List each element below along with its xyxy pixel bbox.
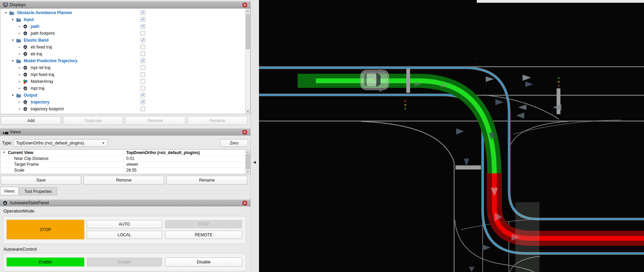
scrollbar-thumb[interactable] — [246, 154, 250, 169]
rear-window — [364, 73, 367, 87]
zero-button[interactable]: Zero — [220, 139, 248, 147]
local-mode-button[interactable]: LOCAL — [87, 231, 162, 239]
rename-view-button[interactable]: Rename — [167, 176, 247, 185]
expand-arrow-icon[interactable]: ▸ — [18, 65, 22, 70]
operation-mode-group: STOP AUTO STOP LOCAL REMOTE — [3, 216, 246, 244]
collapse-arrow-icon[interactable] — [3, 150, 5, 154]
collapse-dock-icon[interactable] — [253, 160, 256, 164]
scroll-down-icon[interactable] — [246, 109, 250, 114]
display-item-checkbox[interactable] — [141, 65, 145, 70]
display-item-checkbox[interactable] — [141, 79, 145, 84]
close-icon[interactable] — [243, 201, 247, 205]
duplicate-display-button[interactable]: Duplicate — [63, 116, 123, 125]
save-view-button[interactable]: Save — [1, 176, 81, 185]
display-item-checkbox[interactable]: ✓ — [141, 93, 145, 97]
displays-tree[interactable]: ▾Obstacle Avoidance Planner✓▾Input✓▸wpat… — [0, 8, 250, 114]
autoware-icon: w — [23, 100, 28, 105]
display-item-checkbox[interactable]: ✓ — [141, 10, 145, 15]
display-item-checkbox[interactable] — [141, 86, 145, 90]
property-row[interactable]: Near Clip Distance 0.01 — [0, 156, 250, 162]
expand-arrow-icon[interactable]: ▸ — [18, 100, 22, 104]
display-tree-item[interactable]: ▾Input✓ — [0, 16, 250, 23]
autoware-control-state: Enable — [7, 258, 84, 266]
display-tree-item[interactable]: ▸wpath✓ — [0, 23, 250, 30]
display-tree-item[interactable]: ▾Elastic Band✓ — [0, 37, 250, 44]
expand-arrow-icon[interactable]: ▸ — [18, 79, 22, 84]
scroll-down-icon[interactable] — [246, 169, 250, 174]
display-item-checkbox[interactable] — [141, 72, 145, 77]
enable-control-button[interactable]: Enable — [87, 258, 162, 266]
disable-control-button[interactable]: Disable — [165, 258, 242, 266]
display-tree-item[interactable]: ▸wpath footprint — [0, 30, 250, 37]
display-tree-item[interactable]: ▾Obstacle Avoidance Planner✓ — [0, 9, 250, 16]
grid-scrollbar[interactable] — [245, 150, 250, 174]
remote-mode-button[interactable]: REMOTE — [165, 231, 242, 239]
display-item-checkbox[interactable]: ✓ — [141, 24, 145, 29]
expand-arrow-icon[interactable]: ▸ — [18, 107, 22, 111]
remove-view-button[interactable]: Remove — [84, 176, 164, 185]
displays-title-bar[interactable]: Displays — [0, 1, 250, 8]
expand-arrow-icon[interactable]: ▸ — [18, 52, 22, 56]
collapse-arrow-icon[interactable]: ▾ — [11, 17, 15, 22]
display-item-checkbox[interactable] — [141, 45, 145, 49]
expand-arrow-icon[interactable]: ▸ — [18, 86, 22, 90]
rviz-window: Displays ▾Obstacle Avoidance Planner✓▾In… — [0, 0, 644, 272]
close-icon[interactable] — [243, 3, 247, 7]
scroll-up-icon[interactable] — [246, 150, 250, 154]
close-icon[interactable] — [243, 130, 247, 134]
display-tree-item[interactable]: ▾Model Predictive Trajectory✓ — [0, 57, 250, 64]
tab-tool-properties[interactable]: Tool Properties — [19, 187, 57, 195]
add-display-button[interactable]: Add — [1, 116, 61, 125]
expand-arrow-icon[interactable]: ▸ — [18, 45, 22, 49]
views-panel-title: Views — [10, 130, 21, 134]
expand-arrow-icon[interactable]: ▸ — [18, 31, 22, 35]
autoware-panel-title-bar[interactable]: w AutowareStatePanel — [0, 199, 250, 206]
display-tree-item[interactable]: ▸MarkerArray — [0, 78, 250, 85]
folder-icon — [16, 17, 21, 22]
3d-viewport[interactable] — [259, 0, 644, 272]
remove-display-button[interactable]: Remove — [125, 116, 185, 125]
autoware-icon: w — [23, 72, 28, 77]
display-item-checkbox[interactable] — [141, 31, 145, 35]
display-tree-item[interactable]: ▾Output✓ — [0, 92, 250, 99]
display-item-checkbox[interactable]: ✓ — [141, 38, 145, 42]
display-item-checkbox[interactable] — [141, 107, 145, 111]
display-item-checkbox[interactable]: ✓ — [141, 58, 145, 63]
mirror-right — [379, 89, 382, 91]
auto-mode-button[interactable]: AUTO — [87, 220, 162, 228]
view-type-dropdown[interactable]: TopDownOrtho (rviz_default_plugins) — [13, 139, 108, 147]
display-tree-item[interactable]: ▸wmpt traj — [0, 85, 250, 92]
display-item-checkbox[interactable] — [141, 52, 145, 56]
views-title-bar[interactable]: Views — [0, 128, 250, 135]
scrollbar-thumb[interactable] — [246, 14, 250, 49]
property-row[interactable]: Scale 26.55 — [0, 167, 250, 174]
expand-arrow-icon[interactable]: ▸ — [18, 72, 22, 77]
display-tree-item[interactable]: ▸wtrajectory footprint — [0, 106, 250, 112]
splitter-handle[interactable] — [99, 112, 117, 115]
display-item-checkbox[interactable]: ✓ — [141, 100, 145, 104]
scroll-up-icon[interactable] — [246, 9, 250, 13]
display-item-checkbox[interactable]: ✓ — [141, 17, 145, 22]
display-tree-item[interactable]: ▸wmpt fixed traj — [0, 71, 250, 78]
collapse-arrow-icon[interactable]: ▾ — [4, 10, 8, 15]
display-tree-item[interactable]: ▸web traj — [0, 51, 250, 57]
property-row[interactable]: Current View TopDownOrtho (rviz_default_… — [0, 150, 250, 156]
rename-display-button[interactable]: Rename — [187, 116, 247, 125]
collapse-arrow-icon[interactable]: ▾ — [11, 38, 15, 42]
folder-icon — [16, 38, 21, 43]
display-tree-item[interactable]: ▸web fixed traj — [0, 44, 250, 51]
display-tree-item[interactable]: ▸wtrajectory✓ — [0, 99, 250, 106]
splitter-handle[interactable] — [99, 197, 117, 199]
expand-arrow-icon[interactable]: ▸ — [18, 24, 22, 29]
collapse-arrow-icon[interactable]: ▾ — [11, 58, 15, 63]
display-item-label: mpt traj — [31, 86, 44, 91]
tree-scrollbar[interactable] — [245, 9, 250, 114]
view-properties-grid[interactable]: Current View TopDownOrtho (rviz_default_… — [0, 149, 250, 174]
autoware-panel-title: AutowareStatePanel — [10, 200, 49, 205]
tab-views[interactable]: Views — [0, 187, 19, 195]
collapse-arrow-icon[interactable]: ▾ — [11, 93, 15, 97]
stop-mode-button[interactable]: STOP — [165, 220, 242, 228]
property-row[interactable]: Target Frame viewer — [0, 162, 250, 168]
dock-splitter[interactable] — [250, 0, 259, 272]
display-tree-item[interactable]: ▸wmpt ref traj — [0, 64, 250, 71]
